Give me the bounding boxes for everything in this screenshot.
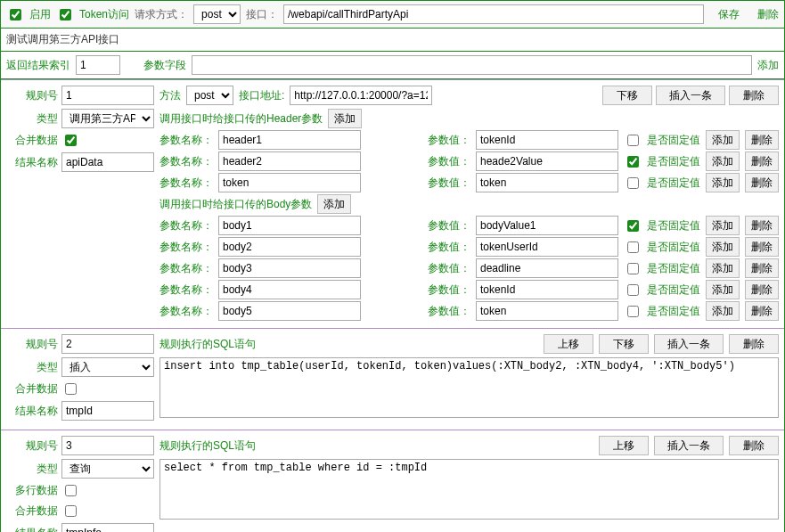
header-add-button[interactable]: 添加 (706, 130, 740, 150)
token-label: Token访问 (79, 7, 129, 22)
rule-no-input-3[interactable] (61, 436, 154, 455)
body-add-button[interactable]: 添加 (706, 258, 740, 278)
sql-textarea-2[interactable] (159, 357, 779, 418)
rule-no-input-2[interactable] (61, 334, 154, 354)
header-param-name-input[interactable] (218, 151, 361, 171)
sql-textarea-3[interactable] (159, 459, 779, 520)
body-fixed-checkbox[interactable] (627, 263, 639, 274)
rule-type-select-3[interactable]: 查询 (61, 459, 154, 479)
token-checkbox[interactable] (60, 9, 71, 20)
move-down-button-1[interactable]: 下移 (602, 86, 652, 105)
header-param-row: 参数名称：参数值：是否固定值添加删除 (159, 151, 779, 171)
add-header-button[interactable]: 添加 (328, 109, 362, 128)
iface-addr-input[interactable] (290, 86, 432, 105)
merge-checkbox-3[interactable] (65, 505, 77, 517)
body-param-value-input[interactable] (476, 301, 618, 321)
header-fixed-checkbox[interactable] (627, 135, 639, 146)
rule-type-select-2[interactable]: 插入 (61, 357, 154, 377)
enable-checkbox[interactable] (10, 9, 21, 20)
body-param-name-input[interactable] (218, 216, 361, 235)
delete-rule-button-3[interactable]: 删除 (729, 436, 779, 455)
add-param-link[interactable]: 添加 (757, 58, 779, 73)
body-param-value-input[interactable] (476, 237, 618, 257)
delete-rule-button-1[interactable]: 删除 (729, 86, 779, 105)
iface-input[interactable] (283, 4, 704, 24)
insert-button-2[interactable]: 插入一条 (654, 334, 724, 354)
body-param-name-input[interactable] (218, 280, 361, 299)
delete-link[interactable]: 删除 (757, 7, 779, 22)
body-add-button[interactable]: 添加 (706, 280, 740, 299)
move-up-button-2[interactable]: 上移 (544, 334, 593, 354)
move-up-button-3[interactable]: 上移 (599, 436, 649, 455)
header-param-value-input[interactable] (476, 151, 618, 171)
result-name-input-3[interactable] (61, 523, 154, 532)
return-index-row: 返回结果索引 参数字段 添加 (1, 52, 784, 79)
rule-no-label: 规则号 (6, 88, 58, 103)
insert-button-1[interactable]: 插入一条 (656, 86, 725, 105)
body-param-name-input[interactable] (218, 258, 361, 278)
result-name-label: 结果名称 (6, 155, 58, 170)
rule-block-2: 规则号 类型 插入 合并数据 结果名称 规则执行的SQL语句 上移 下移 插入一… (1, 329, 784, 430)
body-delete-button[interactable]: 删除 (745, 237, 779, 257)
body-param-value-input[interactable] (476, 280, 618, 299)
param-value-label: 参数值： (428, 133, 470, 148)
body-param-row: 参数名称：参数值：是否固定值添加删除 (159, 258, 779, 278)
body-add-button[interactable]: 添加 (706, 237, 740, 257)
param-name-label: 参数名称： (159, 240, 213, 255)
delete-rule-button-2[interactable]: 删除 (729, 334, 779, 354)
fixed-value-label: 是否固定值 (647, 154, 700, 169)
body-add-button[interactable]: 添加 (706, 301, 740, 321)
header-param-name-input[interactable] (218, 173, 361, 192)
save-link[interactable]: 保存 (718, 7, 740, 22)
body-fixed-checkbox[interactable] (627, 284, 639, 296)
header-param-value-input[interactable] (476, 173, 618, 192)
body-param-name-input[interactable] (218, 237, 361, 257)
method-select-1[interactable]: post (186, 86, 233, 105)
result-name-input-2[interactable] (61, 401, 154, 421)
body-delete-button[interactable]: 删除 (745, 280, 779, 299)
param-name-label: 参数名称： (159, 176, 213, 191)
rule-no-input-1[interactable] (61, 86, 154, 105)
result-name-input-1[interactable] (61, 152, 154, 172)
body-section-label: 调用接口时给接口传的Body参数 (159, 197, 312, 212)
fixed-value-label: 是否固定值 (647, 176, 700, 191)
body-param-value-input[interactable] (476, 216, 618, 235)
body-param-row: 参数名称：参数值：是否固定值添加删除 (159, 280, 779, 299)
header-delete-button[interactable]: 删除 (745, 130, 779, 150)
body-fixed-checkbox[interactable] (627, 220, 639, 232)
header-param-value-input[interactable] (476, 130, 618, 150)
top-bar: 启用 Token访问 请求方式： post 接口： 保存 删除 (1, 1, 784, 29)
multiline-checkbox-3[interactable] (65, 485, 77, 496)
body-delete-button[interactable]: 删除 (745, 258, 779, 278)
merge-checkbox-2[interactable] (65, 383, 77, 395)
req-method-label: 请求方式： (135, 7, 188, 22)
rule-type-label: 类型 (6, 111, 58, 127)
req-method-select[interactable]: post (193, 4, 241, 24)
param-value-label: 参数值： (428, 240, 470, 255)
body-param-value-input[interactable] (476, 258, 618, 278)
param-name-label: 参数名称： (159, 261, 213, 276)
body-add-button[interactable]: 添加 (706, 216, 740, 235)
return-index-input[interactable] (76, 55, 120, 75)
header-delete-button[interactable]: 删除 (745, 173, 779, 192)
move-down-button-2[interactable]: 下移 (599, 334, 649, 354)
body-param-name-input[interactable] (218, 301, 361, 321)
body-fixed-checkbox[interactable] (627, 241, 639, 253)
header-add-button[interactable]: 添加 (706, 151, 740, 171)
param-field-input[interactable] (192, 55, 752, 75)
header-delete-button[interactable]: 删除 (745, 151, 779, 171)
header-fixed-checkbox[interactable] (627, 177, 639, 189)
body-delete-button[interactable]: 删除 (745, 301, 779, 321)
header-param-name-input[interactable] (218, 130, 361, 150)
merge-checkbox-1[interactable] (65, 135, 77, 146)
header-param-row: 参数名称：参数值：是否固定值添加删除 (159, 173, 779, 192)
fixed-value-label: 是否固定值 (647, 304, 700, 319)
merge-label-2: 合并数据 (6, 381, 58, 397)
header-fixed-checkbox[interactable] (627, 156, 639, 168)
rule-type-select-1[interactable]: 调用第三方API (61, 109, 154, 128)
add-body-button[interactable]: 添加 (317, 194, 351, 214)
body-fixed-checkbox[interactable] (627, 306, 639, 317)
body-delete-button[interactable]: 删除 (745, 216, 779, 235)
insert-button-3[interactable]: 插入一条 (654, 436, 724, 455)
header-add-button[interactable]: 添加 (706, 173, 740, 192)
